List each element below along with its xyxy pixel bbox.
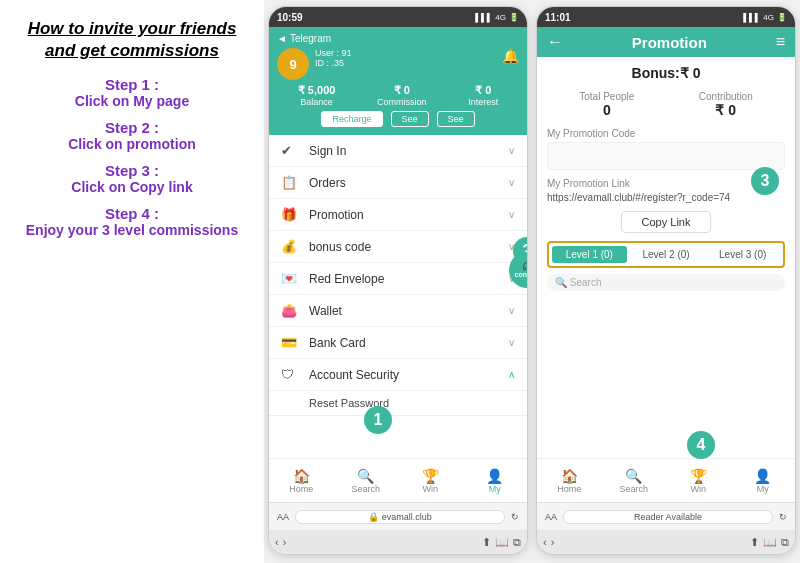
- url-display-1[interactable]: 🔒 evamall.club: [295, 510, 505, 524]
- forward-icon-2[interactable]: ›: [551, 536, 555, 548]
- nav-win-label-2: Win: [691, 484, 707, 494]
- menu-item-bankcard[interactable]: 💳 Bank Card ∨: [269, 327, 527, 359]
- hamburger-menu-2[interactable]: ≡: [776, 33, 785, 51]
- promo-code-input[interactable]: [547, 142, 785, 170]
- menu-item-bonuscode[interactable]: 💰 bonus code ∨: [269, 231, 527, 263]
- level-tab-1[interactable]: Level 1 (0): [552, 246, 627, 263]
- user-id: ID : .35: [315, 58, 502, 68]
- menu-submenu-resetpassword[interactable]: Reset Password: [269, 391, 527, 416]
- copy-link-button[interactable]: Copy Link: [621, 211, 712, 233]
- see-interest-button[interactable]: See: [437, 111, 475, 127]
- search-icon-1: 🔍: [357, 468, 374, 484]
- telegram-row: ◄ Telegram: [277, 33, 519, 44]
- telegram-label: Telegram: [290, 33, 331, 44]
- chevron-wallet: ∨: [508, 305, 515, 316]
- menu-text-bankcard: Bank Card: [309, 336, 508, 350]
- menu-item-wallet[interactable]: 👛 Wallet ∨: [269, 295, 527, 327]
- action-buttons: Recharge See See: [277, 111, 519, 131]
- browser-bar-2: ‹ › ⬆ 📖 ⧉: [537, 530, 795, 554]
- menu-text-promotion: Promotion: [309, 208, 508, 222]
- menu-item-promotion[interactable]: 🎁 Promotion ∨: [269, 199, 527, 231]
- level-tab-2[interactable]: Level 2 (0): [629, 246, 704, 263]
- back-icon-2[interactable]: ‹: [543, 536, 547, 548]
- win-icon-2: 🏆: [690, 468, 707, 484]
- nav-search-label-2: Search: [619, 484, 648, 494]
- balance-label: Balance: [298, 97, 336, 107]
- menu-item-orders[interactable]: 📋 Orders ∨: [269, 167, 527, 199]
- time-2: 11:01: [545, 12, 571, 23]
- refresh-icon-1[interactable]: ↻: [511, 512, 519, 522]
- menu-text-bonuscode: bonus code: [309, 240, 508, 254]
- share-icon-1[interactable]: ⬆: [482, 536, 491, 549]
- user-row: 9 User : 91 ID : .35 🔔: [277, 48, 519, 80]
- nav-my-1[interactable]: 👤 My: [463, 459, 528, 502]
- promo-link-section: My Promotion Link https://evamall.club/#…: [547, 178, 785, 203]
- search-icon-2: 🔍: [625, 468, 642, 484]
- network-1: 4G: [495, 13, 506, 22]
- nav-home-label-2: Home: [557, 484, 581, 494]
- bookmark-icon-1[interactable]: 📖: [495, 536, 509, 549]
- menu-item-accountsecurity[interactable]: 🛡 Account Security ∧: [269, 359, 527, 391]
- balance-row: ₹ 5,000 Balance ₹ 0 Commission ₹ 0 Inter…: [277, 80, 519, 111]
- time-1: 10:59: [277, 12, 303, 23]
- nav-search-2[interactable]: 🔍 Search: [602, 459, 667, 502]
- home-icon-2: 🏠: [561, 468, 578, 484]
- back-icon-1[interactable]: ‹: [275, 536, 279, 548]
- aa-label-2: AA: [545, 512, 557, 522]
- orders-icon: 📋: [281, 175, 301, 190]
- wallet-icon: 👛: [281, 303, 301, 318]
- battery-2: 🔋: [777, 13, 787, 22]
- refresh-icon-2[interactable]: ↻: [779, 512, 787, 522]
- commission-item: ₹ 0 Commission: [377, 84, 427, 107]
- back-button-2[interactable]: ←: [547, 33, 563, 51]
- step-3-desc: Click on Copy link: [71, 179, 192, 195]
- chevron-orders: ∨: [508, 177, 515, 188]
- step-circle-3: 3: [751, 167, 779, 195]
- step-1-label: Step 1 :: [75, 76, 189, 93]
- phone2-header: ← Promotion ≡: [537, 27, 795, 57]
- nav-home-2[interactable]: 🏠 Home: [537, 459, 602, 502]
- step-2: Step 2 : Click on promotion: [68, 119, 196, 152]
- nav-my-2[interactable]: 👤 My: [731, 459, 796, 502]
- my-icon-1: 👤: [486, 468, 503, 484]
- nav-home-1[interactable]: 🏠 Home: [269, 459, 334, 502]
- share-icon-2[interactable]: ⬆: [750, 536, 759, 549]
- step-circle-1: 1: [364, 406, 392, 434]
- contribution-label: Contribution: [699, 91, 753, 102]
- see-commission-button[interactable]: See: [391, 111, 429, 127]
- nav-search-1[interactable]: 🔍 Search: [334, 459, 399, 502]
- telegram-back: ◄: [277, 33, 287, 44]
- level-tab-3[interactable]: Level 3 (0): [705, 246, 780, 263]
- bottom-nav-1: 🏠 Home 🔍 Search 🏆 Win 👤 My: [269, 458, 527, 502]
- promo-code-label: My Promotion Code: [547, 128, 785, 139]
- tabs-icon-2[interactable]: ⧉: [781, 536, 789, 549]
- recharge-button[interactable]: Recharge: [321, 111, 382, 127]
- network-2: 4G: [763, 13, 774, 22]
- bell-icon[interactable]: 🔔: [502, 48, 519, 64]
- chevron-accountsecurity: ∧: [508, 369, 515, 380]
- step-4-label: Step 4 :: [26, 205, 238, 222]
- menu-text-redenvelope: Red Envelope: [309, 272, 508, 286]
- menu-item-redenvelope[interactable]: 💌 Red Envelope ∨: [269, 263, 527, 295]
- url-text-1: evamall.club: [382, 512, 432, 522]
- nav-win-2[interactable]: 🏆 Win: [666, 459, 731, 502]
- menu-text-orders: Orders: [309, 176, 508, 190]
- promo-link-text: https://evamall.club/#/register?r_code=7…: [547, 192, 785, 203]
- user-info: User : 91 ID : .35: [315, 48, 502, 68]
- step-1: Step 1 : Click on My page: [75, 76, 189, 109]
- search-bar-2[interactable]: 🔍 Search: [547, 274, 785, 291]
- address-bar-1: AA 🔒 evamall.club ↻: [269, 502, 527, 530]
- menu-list: ✔ Sign In ∨ 📋 Orders ∨ 🎁 Promotion ∨ 💰 b…: [269, 135, 527, 458]
- interest-amount: ₹ 0: [468, 84, 498, 97]
- nav-home-label-1: Home: [289, 484, 313, 494]
- menu-text-signin: Sign In: [309, 144, 508, 158]
- tabs-icon-1[interactable]: ⧉: [513, 536, 521, 549]
- nav-search-label-1: Search: [351, 484, 380, 494]
- promotion-title: Promotion: [632, 34, 707, 51]
- contribution-value: ₹ 0: [699, 102, 753, 118]
- bookmark-icon-2[interactable]: 📖: [763, 536, 777, 549]
- nav-win-1[interactable]: 🏆 Win: [398, 459, 463, 502]
- step-2-desc: Click on promotion: [68, 136, 196, 152]
- forward-icon-1[interactable]: ›: [283, 536, 287, 548]
- menu-item-signin[interactable]: ✔ Sign In ∨: [269, 135, 527, 167]
